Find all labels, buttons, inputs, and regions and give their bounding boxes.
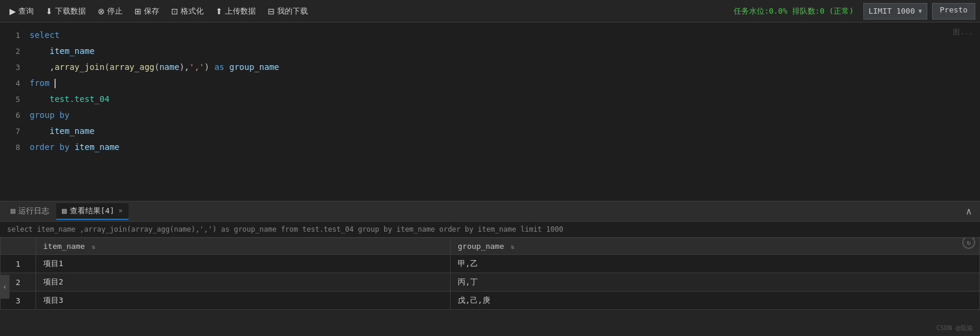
table-header-item-name[interactable]: item_name ⇅ xyxy=(36,238,451,255)
stop-button[interactable]: ⊗ 停止 xyxy=(93,4,127,19)
engine-button[interactable]: Presto xyxy=(932,3,975,20)
results-table: item_name ⇅ group_name ⇅ 1 项目1 甲,乙 2 项目2… xyxy=(0,238,980,310)
save-button[interactable]: ⊞ 保存 xyxy=(130,4,164,19)
log-icon: ▤ xyxy=(11,206,15,215)
table-header-group-name[interactable]: group_name ⇅ xyxy=(451,238,980,255)
stop-icon: ⊗ xyxy=(98,7,105,16)
bottom-watermark: CSDN @侃渝 xyxy=(936,324,973,332)
code-editor[interactable]: 1 select 2 item_name 3 ,array_join(array… xyxy=(0,23,980,201)
save-icon: ⊞ xyxy=(134,7,142,16)
item-name-cell: 项目2 xyxy=(36,273,451,292)
download-icon: ⬇ xyxy=(46,7,53,16)
upload-button[interactable]: ⬆ 上传数据 xyxy=(211,4,261,19)
upload-icon: ⬆ xyxy=(216,7,223,16)
code-lines: 1 select 2 item_name 3 ,array_join(array… xyxy=(0,23,980,160)
row-num-cell: 1 xyxy=(1,255,36,273)
item-name-cell: 项目1 xyxy=(36,255,451,273)
status-text: 任务水位:0.0% 排队数:0 (正常) xyxy=(734,6,854,17)
toolbar: ▶ 查询 ⬇ 下载数据 ⊗ 停止 ⊞ 保存 ⊡ 格式化 ⬆ 上传数据 ⊟ 我的下… xyxy=(0,0,980,23)
results-icon: ▤ xyxy=(62,206,67,215)
query-icon: ▶ xyxy=(9,7,16,16)
code-line-3: 3 ,array_join(array_agg(name),',') as gr… xyxy=(0,59,980,75)
query-button[interactable]: ▶ 查询 xyxy=(5,4,38,19)
code-line-6: 6 group by xyxy=(0,107,980,123)
sort-icon-item-name[interactable]: ⇅ xyxy=(92,244,95,250)
left-collapse-handle[interactable]: ‹ xyxy=(0,275,9,299)
code-line-2: 2 item_name xyxy=(0,43,980,59)
table-header-rownum xyxy=(1,238,36,255)
tab-close-button[interactable]: ✕ xyxy=(118,207,123,215)
chevron-down-icon: ▼ xyxy=(918,8,922,14)
sql-summary: select item_name ,array_join(array_agg(n… xyxy=(0,222,980,238)
editor-watermark: 图... xyxy=(953,27,973,37)
code-line-7: 7 item_name xyxy=(0,123,980,139)
mydownload-icon: ⊟ xyxy=(268,7,275,16)
item-name-cell: 项目3 xyxy=(36,292,451,310)
table-row: 3 项目3 戊,己,庚 xyxy=(1,292,980,310)
format-button[interactable]: ⊡ 格式化 xyxy=(166,4,208,19)
download-button[interactable]: ⬇ 下载数据 xyxy=(41,4,91,19)
table-row: 1 项目1 甲,乙 xyxy=(1,255,980,273)
table-row: 2 项目2 丙,丁 xyxy=(1,273,980,292)
results-tabs: ▤ 运行日志 ▤ 查看结果[4] ✕ ∧ xyxy=(0,201,980,222)
collapse-button[interactable]: ∧ xyxy=(962,206,975,217)
group-name-cell: 甲,乙 xyxy=(451,255,980,273)
table-header-row: item_name ⇅ group_name ⇅ xyxy=(1,238,980,255)
group-name-cell: 戊,己,庚 xyxy=(451,292,980,310)
mydownload-button[interactable]: ⊟ 我的下载 xyxy=(263,4,313,19)
code-line-5: 5 test.test_04 xyxy=(0,91,980,107)
code-line-1: 1 select xyxy=(0,27,980,43)
sort-icon-group-name[interactable]: ⇅ xyxy=(511,244,515,250)
group-name-cell: 丙,丁 xyxy=(451,273,980,292)
tab-results[interactable]: ▤ 查看结果[4] ✕ xyxy=(56,203,128,220)
tab-log[interactable]: ▤ 运行日志 xyxy=(5,203,55,220)
limit-dropdown[interactable]: LIMIT 1000 ▼ xyxy=(863,3,927,20)
format-icon: ⊡ xyxy=(171,7,178,16)
results-panel: ▤ 运行日志 ▤ 查看结果[4] ✕ ∧ select item_name ,a… xyxy=(0,201,980,336)
results-table-wrapper[interactable]: ‹ item_name ⇅ group_name ⇅ 1 项目1 xyxy=(0,238,980,336)
code-line-8: 8 order by item_name xyxy=(0,139,980,155)
code-line-4: 4 from xyxy=(0,75,980,91)
